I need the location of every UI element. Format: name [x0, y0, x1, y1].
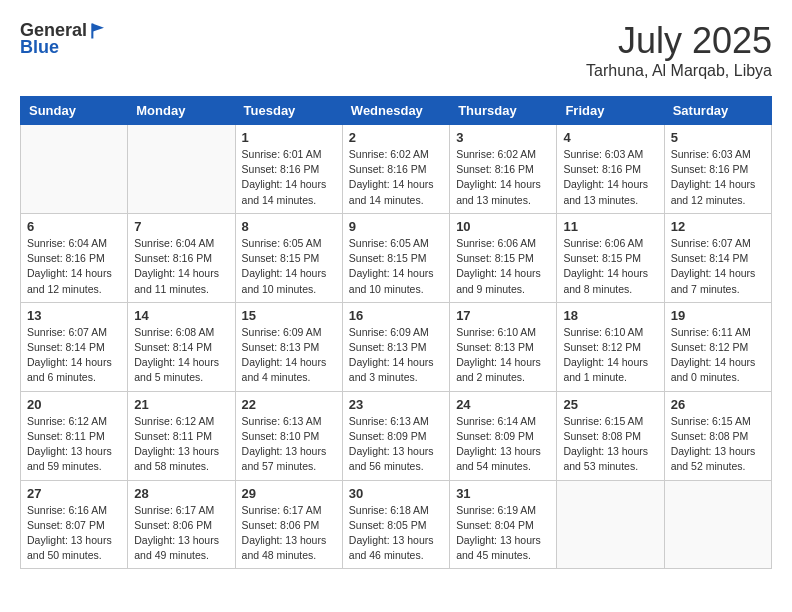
calendar-cell: 24Sunrise: 6:14 AM Sunset: 8:09 PM Dayli…: [450, 391, 557, 480]
day-info: Sunrise: 6:04 AM Sunset: 8:16 PM Dayligh…: [134, 236, 228, 297]
calendar-cell: [557, 480, 664, 569]
calendar-cell: [664, 480, 771, 569]
day-number: 4: [563, 130, 657, 145]
day-info: Sunrise: 6:06 AM Sunset: 8:15 PM Dayligh…: [456, 236, 550, 297]
weekday-header-friday: Friday: [557, 97, 664, 125]
week-row-3: 13Sunrise: 6:07 AM Sunset: 8:14 PM Dayli…: [21, 302, 772, 391]
calendar-cell: 15Sunrise: 6:09 AM Sunset: 8:13 PM Dayli…: [235, 302, 342, 391]
day-info: Sunrise: 6:17 AM Sunset: 8:06 PM Dayligh…: [242, 503, 336, 564]
day-number: 22: [242, 397, 336, 412]
day-info: Sunrise: 6:09 AM Sunset: 8:13 PM Dayligh…: [349, 325, 443, 386]
day-info: Sunrise: 6:10 AM Sunset: 8:13 PM Dayligh…: [456, 325, 550, 386]
day-info: Sunrise: 6:01 AM Sunset: 8:16 PM Dayligh…: [242, 147, 336, 208]
day-number: 11: [563, 219, 657, 234]
day-number: 26: [671, 397, 765, 412]
calendar-cell: 30Sunrise: 6:18 AM Sunset: 8:05 PM Dayli…: [342, 480, 449, 569]
logo: General Blue: [20, 20, 109, 58]
calendar-cell: [21, 125, 128, 214]
day-info: Sunrise: 6:13 AM Sunset: 8:09 PM Dayligh…: [349, 414, 443, 475]
calendar-cell: 12Sunrise: 6:07 AM Sunset: 8:14 PM Dayli…: [664, 213, 771, 302]
day-number: 6: [27, 219, 121, 234]
week-row-2: 6Sunrise: 6:04 AM Sunset: 8:16 PM Daylig…: [21, 213, 772, 302]
day-number: 20: [27, 397, 121, 412]
weekday-header-monday: Monday: [128, 97, 235, 125]
day-number: 16: [349, 308, 443, 323]
day-number: 8: [242, 219, 336, 234]
day-info: Sunrise: 6:05 AM Sunset: 8:15 PM Dayligh…: [349, 236, 443, 297]
day-number: 10: [456, 219, 550, 234]
calendar-cell: 17Sunrise: 6:10 AM Sunset: 8:13 PM Dayli…: [450, 302, 557, 391]
day-info: Sunrise: 6:05 AM Sunset: 8:15 PM Dayligh…: [242, 236, 336, 297]
week-row-1: 1Sunrise: 6:01 AM Sunset: 8:16 PM Daylig…: [21, 125, 772, 214]
day-info: Sunrise: 6:12 AM Sunset: 8:11 PM Dayligh…: [27, 414, 121, 475]
day-info: Sunrise: 6:16 AM Sunset: 8:07 PM Dayligh…: [27, 503, 121, 564]
day-number: 15: [242, 308, 336, 323]
day-info: Sunrise: 6:15 AM Sunset: 8:08 PM Dayligh…: [563, 414, 657, 475]
day-info: Sunrise: 6:14 AM Sunset: 8:09 PM Dayligh…: [456, 414, 550, 475]
day-info: Sunrise: 6:09 AM Sunset: 8:13 PM Dayligh…: [242, 325, 336, 386]
day-number: 1: [242, 130, 336, 145]
calendar-cell: 9Sunrise: 6:05 AM Sunset: 8:15 PM Daylig…: [342, 213, 449, 302]
calendar-table: SundayMondayTuesdayWednesdayThursdayFrid…: [20, 96, 772, 569]
location: Tarhuna, Al Marqab, Libya: [586, 62, 772, 80]
day-number: 24: [456, 397, 550, 412]
day-info: Sunrise: 6:02 AM Sunset: 8:16 PM Dayligh…: [456, 147, 550, 208]
day-number: 5: [671, 130, 765, 145]
day-number: 28: [134, 486, 228, 501]
day-info: Sunrise: 6:17 AM Sunset: 8:06 PM Dayligh…: [134, 503, 228, 564]
day-number: 23: [349, 397, 443, 412]
calendar-cell: 31Sunrise: 6:19 AM Sunset: 8:04 PM Dayli…: [450, 480, 557, 569]
day-number: 21: [134, 397, 228, 412]
day-number: 30: [349, 486, 443, 501]
day-info: Sunrise: 6:19 AM Sunset: 8:04 PM Dayligh…: [456, 503, 550, 564]
weekday-header-thursday: Thursday: [450, 97, 557, 125]
calendar-cell: 5Sunrise: 6:03 AM Sunset: 8:16 PM Daylig…: [664, 125, 771, 214]
day-info: Sunrise: 6:18 AM Sunset: 8:05 PM Dayligh…: [349, 503, 443, 564]
calendar-cell: 18Sunrise: 6:10 AM Sunset: 8:12 PM Dayli…: [557, 302, 664, 391]
logo-blue-text: Blue: [20, 37, 59, 58]
calendar-cell: 4Sunrise: 6:03 AM Sunset: 8:16 PM Daylig…: [557, 125, 664, 214]
calendar-cell: [128, 125, 235, 214]
calendar-cell: 20Sunrise: 6:12 AM Sunset: 8:11 PM Dayli…: [21, 391, 128, 480]
weekday-header-row: SundayMondayTuesdayWednesdayThursdayFrid…: [21, 97, 772, 125]
day-number: 29: [242, 486, 336, 501]
day-number: 17: [456, 308, 550, 323]
weekday-header-tuesday: Tuesday: [235, 97, 342, 125]
day-number: 18: [563, 308, 657, 323]
day-info: Sunrise: 6:12 AM Sunset: 8:11 PM Dayligh…: [134, 414, 228, 475]
calendar-cell: 29Sunrise: 6:17 AM Sunset: 8:06 PM Dayli…: [235, 480, 342, 569]
calendar-cell: 10Sunrise: 6:06 AM Sunset: 8:15 PM Dayli…: [450, 213, 557, 302]
day-info: Sunrise: 6:15 AM Sunset: 8:08 PM Dayligh…: [671, 414, 765, 475]
calendar-cell: 16Sunrise: 6:09 AM Sunset: 8:13 PM Dayli…: [342, 302, 449, 391]
day-number: 27: [27, 486, 121, 501]
calendar-cell: 13Sunrise: 6:07 AM Sunset: 8:14 PM Dayli…: [21, 302, 128, 391]
day-info: Sunrise: 6:03 AM Sunset: 8:16 PM Dayligh…: [563, 147, 657, 208]
calendar-cell: 11Sunrise: 6:06 AM Sunset: 8:15 PM Dayli…: [557, 213, 664, 302]
weekday-header-sunday: Sunday: [21, 97, 128, 125]
week-row-5: 27Sunrise: 6:16 AM Sunset: 8:07 PM Dayli…: [21, 480, 772, 569]
day-number: 2: [349, 130, 443, 145]
calendar-cell: 22Sunrise: 6:13 AM Sunset: 8:10 PM Dayli…: [235, 391, 342, 480]
day-info: Sunrise: 6:08 AM Sunset: 8:14 PM Dayligh…: [134, 325, 228, 386]
weekday-header-saturday: Saturday: [664, 97, 771, 125]
day-number: 12: [671, 219, 765, 234]
day-number: 14: [134, 308, 228, 323]
calendar-cell: 26Sunrise: 6:15 AM Sunset: 8:08 PM Dayli…: [664, 391, 771, 480]
calendar-cell: 21Sunrise: 6:12 AM Sunset: 8:11 PM Dayli…: [128, 391, 235, 480]
calendar-cell: 6Sunrise: 6:04 AM Sunset: 8:16 PM Daylig…: [21, 213, 128, 302]
week-row-4: 20Sunrise: 6:12 AM Sunset: 8:11 PM Dayli…: [21, 391, 772, 480]
day-info: Sunrise: 6:10 AM Sunset: 8:12 PM Dayligh…: [563, 325, 657, 386]
day-info: Sunrise: 6:06 AM Sunset: 8:15 PM Dayligh…: [563, 236, 657, 297]
day-info: Sunrise: 6:07 AM Sunset: 8:14 PM Dayligh…: [27, 325, 121, 386]
calendar-cell: 14Sunrise: 6:08 AM Sunset: 8:14 PM Dayli…: [128, 302, 235, 391]
calendar-cell: 27Sunrise: 6:16 AM Sunset: 8:07 PM Dayli…: [21, 480, 128, 569]
day-number: 3: [456, 130, 550, 145]
day-info: Sunrise: 6:03 AM Sunset: 8:16 PM Dayligh…: [671, 147, 765, 208]
day-number: 19: [671, 308, 765, 323]
calendar-cell: 8Sunrise: 6:05 AM Sunset: 8:15 PM Daylig…: [235, 213, 342, 302]
day-number: 7: [134, 219, 228, 234]
calendar-cell: 1Sunrise: 6:01 AM Sunset: 8:16 PM Daylig…: [235, 125, 342, 214]
logo-flag-icon: [89, 21, 109, 41]
page-header: General Blue July 2025 Tarhuna, Al Marqa…: [20, 20, 772, 80]
calendar-cell: 7Sunrise: 6:04 AM Sunset: 8:16 PM Daylig…: [128, 213, 235, 302]
